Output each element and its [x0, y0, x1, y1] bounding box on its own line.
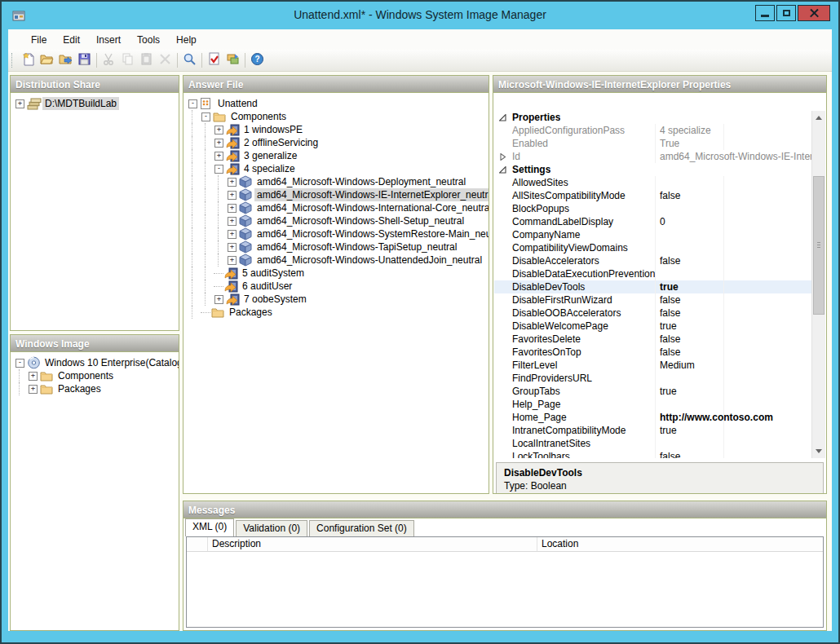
collapse-toggle-icon[interactable]: - [201, 112, 210, 121]
property-value[interactable]: True [656, 137, 724, 150]
property-value[interactable] [656, 267, 724, 280]
tree-node[interactable]: -Windows 10 Enterprise(Catalog) [12, 356, 177, 369]
property-value[interactable] [656, 228, 724, 241]
tree-node[interactable]: +amd64_Microsoft-Windows-UnattendedJoin_… [185, 254, 487, 267]
messages-tab-0[interactable]: XML (0) [185, 518, 234, 536]
tree-node[interactable]: +7 oobeSystem [185, 293, 487, 306]
tree-node[interactable]: +amd64_Microsoft-Windows-TapiSetup_neutr… [185, 240, 487, 254]
collapse-toggle-icon[interactable]: - [188, 99, 197, 108]
close-button[interactable] [798, 5, 830, 21]
property-row[interactable]: FavoritesOnTopfalse [494, 346, 811, 359]
scroll-up-button[interactable] [812, 111, 825, 125]
property-value[interactable]: false [656, 450, 724, 458]
menu-item-file[interactable]: File [23, 32, 55, 48]
property-expand-icon[interactable] [494, 150, 511, 163]
expand-toggle-icon[interactable]: + [228, 217, 237, 226]
expand-toggle-icon[interactable]: + [29, 385, 38, 394]
property-value[interactable]: Medium [656, 359, 724, 372]
property-group-row[interactable]: Properties [494, 111, 811, 124]
tree-node[interactable]: +3 generalize [185, 149, 487, 162]
tree-node[interactable]: +amd64_Microsoft-Windows-International-C… [185, 201, 487, 214]
scroll-down-button[interactable] [812, 444, 825, 458]
tree-node[interactable]: -Unattend [185, 97, 487, 110]
property-row[interactable]: AllowedSites [494, 176, 811, 189]
group-expanded-icon[interactable] [494, 111, 511, 124]
property-row[interactable]: LocalIntranetSites [494, 437, 811, 450]
tree-node[interactable]: +Components [12, 369, 177, 382]
property-row[interactable]: BlockPopups [494, 202, 811, 215]
messages-tab-2[interactable]: Configuration Set (0) [309, 520, 414, 536]
tree-node[interactable]: -Components [185, 110, 487, 123]
tree-node[interactable]: -4 specialize [185, 162, 487, 175]
collapse-toggle-icon[interactable]: - [214, 165, 223, 174]
expand-toggle-icon[interactable]: + [228, 204, 237, 213]
maximize-button[interactable] [776, 5, 796, 21]
validate-answer-file-button[interactable] [205, 51, 223, 70]
property-row[interactable]: Idamd64_Microsoft-Windows-IE-InternetEx [494, 150, 811, 163]
property-row[interactable]: AppliedConfigurationPass4 specialize [494, 124, 811, 137]
expand-toggle-icon[interactable]: + [228, 256, 237, 265]
property-value[interactable]: http://www.contoso.com [656, 411, 724, 424]
property-value[interactable]: true [656, 280, 724, 293]
property-value[interactable]: true [656, 424, 724, 437]
expand-toggle-icon[interactable]: + [228, 191, 237, 200]
property-value[interactable] [656, 176, 724, 189]
property-row[interactable]: IntranetCompatibilityModetrue [494, 424, 811, 437]
tree-node[interactable]: +D:\MDTBuildLab [12, 97, 177, 110]
property-value[interactable]: false [656, 293, 724, 307]
property-row[interactable]: EnabledTrue [494, 137, 811, 150]
property-value[interactable] [656, 372, 724, 385]
property-value[interactable] [656, 437, 724, 450]
property-value[interactable] [656, 241, 724, 254]
property-value[interactable]: true [656, 385, 724, 398]
property-value[interactable] [656, 202, 724, 215]
tree-node[interactable]: +1 windowsPE [185, 123, 487, 136]
titlebar[interactable]: Unattend.xml* - Windows System Image Man… [2, 2, 838, 29]
property-row[interactable]: Home_Pagehttp://www.contoso.com [494, 411, 811, 424]
expand-toggle-icon[interactable]: + [214, 126, 223, 135]
property-row[interactable]: CompanyName [494, 228, 811, 241]
open-answer-file-button[interactable] [38, 51, 56, 70]
find-button[interactable] [180, 51, 199, 70]
property-row[interactable]: CompatibilityViewDomains [494, 241, 811, 254]
menu-item-edit[interactable]: Edit [55, 32, 88, 48]
expand-toggle-icon[interactable]: + [214, 152, 223, 161]
messages-column-icon[interactable] [187, 537, 208, 551]
tree-node[interactable]: +Packages [12, 382, 177, 395]
property-value[interactable]: true [656, 320, 724, 333]
property-row[interactable]: DisableDataExecutionPrevention [494, 267, 811, 280]
property-row[interactable]: GroupTabstrue [494, 385, 811, 398]
tree-node[interactable]: +2 offlineServicing [185, 136, 487, 149]
property-row[interactable]: FindProvidersURL [494, 372, 811, 385]
tree-node[interactable]: +amd64_Microsoft-Windows-SystemRestore-M… [185, 227, 487, 240]
save-answer-file-button[interactable] [75, 51, 94, 70]
open-windows-image-button[interactable] [56, 51, 75, 70]
menu-item-insert[interactable]: Insert [88, 32, 129, 48]
expand-toggle-icon[interactable]: + [214, 295, 223, 304]
expand-toggle-icon[interactable]: + [228, 230, 237, 239]
property-value[interactable]: false [656, 333, 724, 346]
property-group-row[interactable]: Settings [494, 163, 811, 176]
property-value[interactable]: 0 [656, 215, 724, 228]
property-row[interactable]: FilterLevelMedium [494, 359, 811, 372]
create-configuration-set-button[interactable] [223, 51, 242, 70]
tree-node[interactable]: +amd64_Microsoft-Windows-Shell-Setup_neu… [185, 214, 487, 227]
expand-toggle-icon[interactable]: + [228, 178, 237, 187]
property-row[interactable]: LockToolbarsfalse [494, 450, 811, 458]
collapse-toggle-icon[interactable]: - [15, 359, 24, 368]
property-row[interactable]: Help_Page [494, 398, 811, 411]
expand-toggle-icon[interactable]: + [228, 243, 237, 252]
property-row[interactable]: DisableWelcomePagetrue [494, 320, 811, 333]
property-value[interactable]: false [656, 189, 724, 202]
expand-toggle-icon[interactable]: + [214, 139, 223, 148]
property-value[interactable]: false [656, 307, 724, 320]
menu-item-tools[interactable]: Tools [129, 32, 168, 48]
property-value[interactable]: false [656, 254, 724, 267]
property-row[interactable]: DisableOOBAcceleratorsfalse [494, 307, 811, 320]
menu-item-help[interactable]: Help [168, 32, 205, 48]
property-row[interactable]: DisableAcceleratorsfalse [494, 254, 811, 267]
property-row[interactable]: DisableFirstRunWizardfalse [494, 293, 811, 307]
property-row[interactable]: FavoritesDeletefalse [494, 333, 811, 346]
property-value[interactable]: amd64_Microsoft-Windows-IE-InternetEx [656, 150, 811, 163]
messages-tab-1[interactable]: Validation (0) [236, 520, 307, 536]
